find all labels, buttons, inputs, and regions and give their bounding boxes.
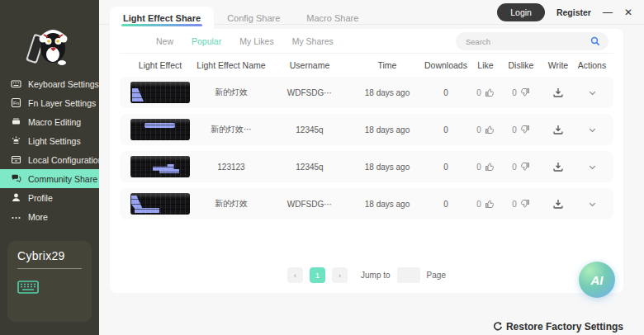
table-row[interactable]: 新的灯效 WDFSDG⋯ 18 days ago 0 0 0	[120, 77, 613, 108]
table-row[interactable]: 123123 12345q 18 days ago 0 0 0	[120, 151, 613, 182]
keyboard-device-icon	[17, 281, 39, 294]
sidebar-item-label: Macro Editing	[28, 117, 81, 127]
cell-dislike[interactable]: 0	[503, 87, 539, 97]
chevron-down-icon[interactable]	[588, 200, 597, 209]
cell-write[interactable]	[539, 198, 577, 210]
prev-page-button[interactable]: ‹	[287, 267, 303, 283]
thumbs-up-icon[interactable]	[485, 125, 495, 134]
cell-time: 18 days ago	[351, 200, 424, 209]
sidebar-item-fn-layer-settings[interactable]: Fn Fn Layer Settings	[0, 93, 99, 112]
subtab-my-likes[interactable]: My Likes	[239, 36, 273, 46]
macro-icon	[11, 116, 21, 127]
cell-dislike[interactable]: 0	[503, 162, 539, 172]
like-count: 0	[476, 200, 481, 209]
thumbs-down-icon[interactable]	[520, 125, 530, 134]
dislike-count: 0	[512, 200, 517, 209]
cell-username: 12345q	[268, 163, 351, 172]
card-body: New Popular My Likes My Shares Light Eff…	[110, 29, 623, 293]
thumbs-down-icon[interactable]	[520, 199, 530, 209]
like-count: 0	[476, 163, 481, 172]
search-icon[interactable]	[590, 36, 600, 46]
sidebar-item-local-configuration[interactable]: Local Configuration	[0, 150, 99, 169]
light-effect-thumbnail	[130, 119, 190, 140]
thumbs-up-icon[interactable]	[485, 87, 495, 97]
page-label: Page	[427, 271, 446, 280]
header-actions: Actions	[577, 60, 607, 70]
tab-label: Macro Share	[306, 13, 358, 23]
cell-name: 新的灯效	[194, 87, 268, 98]
tab-macro-share[interactable]: Macro Share	[293, 7, 372, 29]
thumbs-down-icon[interactable]	[520, 87, 530, 97]
cell-name: 新的灯效	[194, 198, 268, 210]
cell-write[interactable]	[539, 161, 577, 172]
sidebar-item-light-settings[interactable]: Light Settings	[0, 131, 99, 150]
download-icon[interactable]	[552, 198, 564, 210]
pagination: ‹ 1 › Jump to Page	[110, 267, 623, 283]
cell-actions[interactable]	[577, 125, 607, 134]
table-row[interactable]: 新的灯效 WDFSDG⋯ 18 days ago 0 0 0	[120, 188, 613, 219]
chevron-down-icon[interactable]	[588, 163, 597, 172]
restore-factory-settings-button[interactable]: Restore Factory Settings	[493, 321, 623, 333]
thumbs-down-icon[interactable]	[520, 162, 530, 172]
tabstrip: Light Effect Share Config Share Macro Sh…	[110, 7, 623, 29]
cell-time: 18 days ago	[351, 163, 424, 172]
thumbs-up-icon[interactable]	[485, 199, 495, 209]
cell-actions[interactable]	[577, 200, 607, 209]
sidebar-item-more[interactable]: More	[0, 207, 99, 226]
mascot-logo-icon	[23, 13, 76, 71]
chevron-down-icon[interactable]	[588, 88, 597, 97]
page-number-button[interactable]: 1	[310, 267, 325, 283]
subtab-row: New Popular My Likes My Shares	[120, 29, 613, 54]
keyboard-icon	[11, 78, 21, 89]
header-light-effect: Light Effect	[126, 60, 194, 70]
main-area: English ▼ Login Register — ✕ Light Effec…	[99, 0, 644, 335]
cell-write[interactable]	[539, 87, 577, 98]
subtab-new[interactable]: New	[156, 36, 173, 46]
subtab-my-shares[interactable]: My Shares	[292, 36, 334, 46]
community-icon	[11, 173, 21, 184]
cell-write[interactable]	[539, 124, 577, 135]
cell-dislike[interactable]: 0	[503, 199, 539, 209]
sidebar-menu: Keyboard Settings Fn Fn Layer Settings M…	[0, 74, 99, 226]
cell-like[interactable]: 0	[468, 199, 503, 209]
cell-dislike[interactable]: 0	[503, 125, 539, 134]
light-effect-glow	[132, 88, 144, 101]
cell-like[interactable]: 0	[468, 162, 503, 172]
sidebar-item-label: Fn Layer Settings	[28, 98, 96, 108]
sidebar-item-community-share[interactable]: Community Share	[0, 169, 99, 188]
more-icon	[11, 211, 21, 222]
sidebar-item-profile[interactable]: Profile	[0, 188, 99, 207]
ai-assistant-badge[interactable]: AI	[579, 262, 615, 298]
search-input[interactable]	[466, 37, 590, 46]
table-row[interactable]: 新的灯效⋯ 12345q 18 days ago 0 0 0	[120, 114, 613, 145]
device-card[interactable]: Cybrix29	[7, 241, 92, 322]
tab-light-effect-share[interactable]: Light Effect Share	[110, 7, 214, 29]
cell-username: WDFSDG⋯	[268, 88, 351, 97]
subtab-popular[interactable]: Popular	[192, 36, 221, 46]
download-icon[interactable]	[552, 161, 564, 172]
light-effect-thumbnail	[130, 193, 190, 215]
sidebar-item-label: Local Configuration	[28, 155, 102, 165]
header-username: Username	[268, 60, 351, 70]
table-header: Light Effect Light Effect Name Username …	[120, 54, 613, 77]
download-icon[interactable]	[552, 124, 564, 135]
header-dislike: Dislike	[503, 60, 539, 70]
header-downloads: Downloads	[424, 60, 468, 70]
jump-to-input[interactable]	[397, 267, 420, 283]
sidebar-item-label: Profile	[28, 193, 53, 203]
sidebar-item-keyboard-settings[interactable]: Keyboard Settings	[0, 74, 99, 93]
close-button[interactable]: ✕	[624, 7, 632, 17]
download-icon[interactable]	[552, 87, 564, 98]
sidebar-item-macro-editing[interactable]: Macro Editing	[0, 112, 99, 131]
header-write: Write	[539, 60, 577, 70]
cell-actions[interactable]	[577, 88, 607, 97]
next-page-button[interactable]: ›	[332, 267, 348, 283]
cell-actions[interactable]	[577, 163, 607, 172]
cell-like[interactable]: 0	[468, 125, 503, 134]
search-box[interactable]	[456, 32, 608, 50]
fn-icon: Fn	[11, 97, 21, 108]
thumbs-up-icon[interactable]	[485, 162, 495, 172]
tab-config-share[interactable]: Config Share	[214, 7, 293, 29]
chevron-down-icon[interactable]	[588, 125, 597, 134]
cell-like[interactable]: 0	[468, 87, 503, 97]
